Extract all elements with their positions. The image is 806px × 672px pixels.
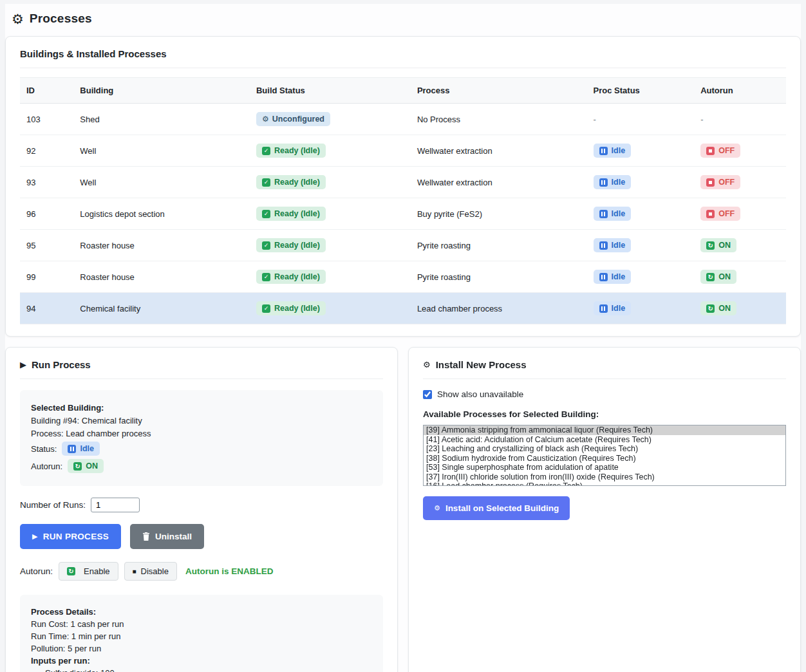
run-process-card-title: Run Process <box>20 359 383 379</box>
autorun-badge: - <box>700 115 703 124</box>
badge-label: Idle <box>80 444 94 453</box>
available-processes-label: Available Processes for Selected Buildin… <box>423 409 786 419</box>
inputs-list: Sulfur dioxide: 100Raw natural water: 10… <box>45 668 372 672</box>
autorun-badge: ON <box>68 459 104 473</box>
check-icon <box>262 147 270 155</box>
lower-panels: Run Process Selected Building: Building … <box>5 347 801 672</box>
install-card-title: Install New Process <box>423 359 786 379</box>
check-icon <box>262 304 270 313</box>
cell-process: Wellwater extraction <box>411 135 587 167</box>
run-process-card: Run Process Selected Building: Building … <box>5 347 398 672</box>
selected-building-line: Building #94: Chemical facility <box>31 416 372 425</box>
autorun-icon <box>706 273 715 281</box>
cell-building: Well <box>73 135 250 167</box>
column-header-proc-status: Proc Status <box>587 78 695 104</box>
badge-label: Ready (Idle) <box>274 304 320 313</box>
badge-label: Idle <box>612 272 626 281</box>
table-header-row: ID Building Build Status Process Proc St… <box>20 78 786 104</box>
process-details-heading: Process Details: <box>31 607 372 617</box>
autorun-row-label: Autorun: <box>20 566 53 576</box>
badge-label: ON <box>718 272 731 281</box>
badge-label: Ready (Idle) <box>274 241 320 250</box>
autorun-disable-button[interactable]: Disable <box>124 562 177 581</box>
show-unavailable-label[interactable]: Show also unavailable <box>437 389 523 399</box>
cell-id: 96 <box>20 198 73 230</box>
badge-label: OFF <box>718 178 735 187</box>
cell-id: 93 <box>20 167 73 198</box>
table-row[interactable]: 99 Roaster house Ready (Idle) Pyrite roa… <box>20 261 786 293</box>
pause-icon <box>599 147 608 155</box>
column-header-autorun: Autorun <box>694 78 786 104</box>
proc-status-badge: Idle <box>594 270 632 284</box>
gear-icon <box>423 360 431 369</box>
process-option[interactable]: [16] Lead chamber process (Requires Tech… <box>424 481 785 486</box>
gear-icon <box>434 505 440 512</box>
check-icon <box>262 241 270 250</box>
pollution-line: Pollution: 5 per run <box>31 644 372 653</box>
check-icon <box>262 178 270 187</box>
process-option[interactable]: [53] Single superphosphate from acidulat… <box>424 463 785 472</box>
cell-building: Logistics depot section <box>73 198 250 230</box>
check-icon <box>262 273 270 281</box>
selected-process-line: Process: Lead chamber process <box>31 429 372 438</box>
process-option[interactable]: [41] Acetic acid: Acidulation of Calcium… <box>424 435 785 445</box>
number-of-runs-input[interactable] <box>91 498 140 512</box>
autorun-badge: OFF <box>700 207 740 221</box>
process-option[interactable]: [38] Sodium hydroxide from Causticizatio… <box>424 454 785 463</box>
table-row[interactable]: 96 Logistics depot section Ready (Idle) … <box>20 198 786 230</box>
build-status-badge: Ready (Idle) <box>256 207 326 221</box>
proc-status-badge: Idle <box>594 144 632 158</box>
selected-building-box: Selected Building: Building #94: Chemica… <box>20 390 383 486</box>
process-option[interactable]: [37] Iron(III) chloride solution from ir… <box>424 472 785 482</box>
pause-icon <box>599 273 608 281</box>
process-option[interactable]: [23] Leaching and crystallizing of black… <box>424 444 785 454</box>
page-header: Processes <box>5 5 801 36</box>
stop-icon <box>706 210 715 218</box>
build-status-badge: Ready (Idle) <box>256 144 326 158</box>
autorun-icon <box>73 462 82 471</box>
page: Processes Buildings & Installed Processe… <box>5 4 801 672</box>
table-row[interactable]: 95 Roaster house Ready (Idle) Pyrite roa… <box>20 230 786 261</box>
cell-building: Chemical facility <box>73 293 250 324</box>
badge-label: Idle <box>612 209 626 218</box>
badge-label: ON <box>718 241 731 250</box>
cell-building: Well <box>73 167 250 198</box>
proc-status-badge: Idle <box>594 207 632 221</box>
badge-label: Idle <box>612 146 626 155</box>
badge-label: Ready (Idle) <box>274 272 320 281</box>
cell-id: 92 <box>20 135 73 167</box>
badge-label: Ready (Idle) <box>274 146 320 155</box>
install-title-label: Install New Process <box>436 359 527 370</box>
number-of-runs-label: Number of Runs: <box>20 500 86 510</box>
page-title: Processes <box>30 12 92 26</box>
table-row[interactable]: 94 Chemical facility Ready (Idle) Lead c… <box>20 293 786 324</box>
run-process-button[interactable]: RUN PROCESS <box>20 524 121 549</box>
cell-id: 99 <box>20 261 73 293</box>
processes-table: ID Building Build Status Process Proc St… <box>20 77 786 324</box>
status-label: Status: <box>31 444 57 454</box>
table-row[interactable]: 92 Well Ready (Idle) Wellwater extractio… <box>20 135 786 167</box>
build-status-badge: Ready (Idle) <box>256 238 326 252</box>
table-row[interactable]: 93 Well Ready (Idle) Wellwater extractio… <box>20 167 786 198</box>
column-header-id: ID <box>20 78 73 104</box>
pause-icon <box>599 304 608 313</box>
install-on-building-button[interactable]: Install on Selected Building <box>423 496 570 520</box>
process-details-box: Process Details: Run Cost: 1 cash per ru… <box>20 595 383 672</box>
stop-icon <box>706 178 715 187</box>
pause-icon <box>68 445 76 453</box>
autorun-enable-button[interactable]: Enable <box>59 562 118 581</box>
process-option[interactable]: [39] Ammonia stripping from ammoniacal l… <box>424 425 785 435</box>
table-row[interactable]: 103 Shed Unconfigured No Process - - <box>20 104 786 135</box>
inputs-heading: Inputs per run: <box>31 656 372 666</box>
process-listbox[interactable]: [39] Ammonia stripping from ammoniacal l… <box>423 425 786 486</box>
cell-id: 94 <box>20 293 73 324</box>
badge-label: OFF <box>718 209 735 218</box>
buildings-card: Buildings & Installed Processes ID Build… <box>5 36 801 337</box>
badge-label: Ready (Idle) <box>274 209 320 218</box>
badge-label: ON <box>86 462 98 471</box>
show-unavailable-checkbox[interactable] <box>423 390 432 399</box>
processes-table-body: 103 Shed Unconfigured No Process - - 92 … <box>20 104 786 324</box>
uninstall-button[interactable]: Uninstall <box>130 524 204 549</box>
badge-label: Ready (Idle) <box>274 178 320 187</box>
column-header-build-status: Build Status <box>250 78 411 104</box>
